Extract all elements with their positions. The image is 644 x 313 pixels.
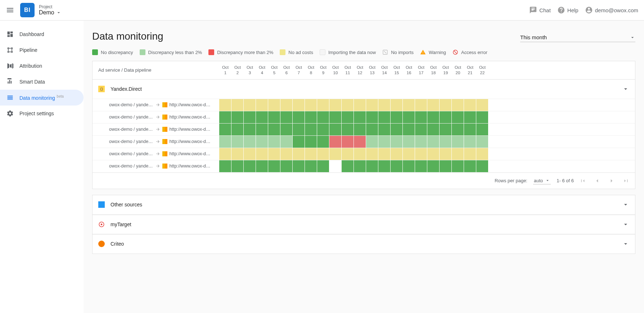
status-cell[interactable] — [329, 160, 342, 172]
user-menu[interactable]: demo@owox.com — [585, 6, 638, 14]
status-cell[interactable] — [452, 124, 464, 135]
status-cell[interactable] — [231, 111, 244, 123]
status-cell[interactable] — [329, 136, 342, 148]
status-cell[interactable] — [305, 160, 317, 172]
status-cell[interactable] — [268, 111, 280, 123]
status-cell[interactable] — [219, 136, 231, 148]
status-cell[interactable] — [464, 160, 476, 172]
status-cell[interactable] — [268, 124, 280, 135]
status-cell[interactable] — [231, 99, 244, 111]
status-cell[interactable] — [476, 160, 488, 172]
status-cell[interactable] — [464, 124, 476, 135]
status-cell[interactable] — [427, 99, 440, 111]
status-cell[interactable] — [293, 124, 305, 135]
prev-page-icon[interactable] — [594, 178, 600, 184]
status-cell[interactable] — [452, 148, 464, 160]
status-cell[interactable] — [342, 136, 354, 148]
status-cell[interactable] — [280, 148, 293, 160]
status-cell[interactable] — [378, 111, 391, 123]
sidebar-item-pipeline[interactable]: Pipeline — [0, 42, 84, 58]
status-cell[interactable] — [440, 124, 452, 135]
status-cell[interactable] — [268, 99, 280, 111]
status-cell[interactable] — [464, 99, 476, 111]
status-cell[interactable] — [329, 148, 342, 160]
data-row[interactable]: owox-demo / yande…http://www.owox-d… — [93, 111, 635, 124]
status-cell[interactable] — [305, 148, 317, 160]
status-cell[interactable] — [427, 148, 440, 160]
status-cell[interactable] — [354, 148, 366, 160]
status-cell[interactable] — [391, 136, 403, 148]
status-cell[interactable] — [354, 99, 366, 111]
status-cell[interactable] — [329, 124, 342, 135]
section-row-criteo[interactable]: Criteo — [93, 234, 635, 254]
status-cell[interactable] — [268, 148, 280, 160]
status-cell[interactable] — [403, 160, 415, 172]
status-cell[interactable] — [476, 148, 488, 160]
status-cell[interactable] — [476, 124, 488, 135]
status-cell[interactable] — [293, 111, 305, 123]
status-cell[interactable] — [231, 124, 244, 135]
status-cell[interactable] — [391, 99, 403, 111]
status-cell[interactable] — [403, 124, 415, 135]
status-cell[interactable] — [305, 111, 317, 123]
status-cell[interactable] — [415, 124, 427, 135]
status-cell[interactable] — [366, 111, 378, 123]
status-cell[interactable] — [317, 124, 329, 135]
status-cell[interactable] — [354, 136, 366, 148]
status-cell[interactable] — [378, 160, 391, 172]
help-button[interactable]: Help — [557, 6, 578, 14]
status-cell[interactable] — [293, 136, 305, 148]
status-cell[interactable] — [452, 136, 464, 148]
section-row-other[interactable]: Other sources — [93, 195, 635, 215]
status-cell[interactable] — [317, 160, 329, 172]
status-cell[interactable] — [219, 99, 231, 111]
status-cell[interactable] — [440, 111, 452, 123]
data-row[interactable]: owox-demo / yande…http://www.owox-d… — [93, 99, 635, 111]
status-cell[interactable] — [268, 136, 280, 148]
status-cell[interactable] — [268, 160, 280, 172]
status-cell[interactable] — [219, 124, 231, 135]
status-cell[interactable] — [354, 160, 366, 172]
status-cell[interactable] — [427, 160, 440, 172]
status-cell[interactable] — [464, 111, 476, 123]
status-cell[interactable] — [366, 160, 378, 172]
status-cell[interactable] — [305, 99, 317, 111]
status-cell[interactable] — [415, 160, 427, 172]
status-cell[interactable] — [244, 148, 256, 160]
status-cell[interactable] — [256, 148, 268, 160]
status-cell[interactable] — [219, 160, 231, 172]
status-cell[interactable] — [342, 160, 354, 172]
sidebar-item-dashboard[interactable]: Dashboard — [0, 26, 84, 42]
menu-icon[interactable] — [6, 6, 14, 14]
status-cell[interactable] — [317, 111, 329, 123]
status-cell[interactable] — [452, 111, 464, 123]
status-cell[interactable] — [280, 160, 293, 172]
status-cell[interactable] — [366, 148, 378, 160]
status-cell[interactable] — [317, 136, 329, 148]
status-cell[interactable] — [378, 124, 391, 135]
status-cell[interactable] — [280, 99, 293, 111]
status-cell[interactable] — [342, 111, 354, 123]
status-cell[interactable] — [452, 99, 464, 111]
data-row[interactable]: owox-demo / yande…http://www.owox-d… — [93, 136, 635, 148]
status-cell[interactable] — [244, 136, 256, 148]
status-cell[interactable] — [427, 136, 440, 148]
status-cell[interactable] — [354, 111, 366, 123]
status-cell[interactable] — [378, 148, 391, 160]
status-cell[interactable] — [391, 111, 403, 123]
status-cell[interactable] — [256, 111, 268, 123]
status-cell[interactable] — [342, 124, 354, 135]
status-cell[interactable] — [293, 160, 305, 172]
app-logo[interactable]: BI — [20, 3, 35, 17]
status-cell[interactable] — [403, 148, 415, 160]
status-cell[interactable] — [440, 99, 452, 111]
status-cell[interactable] — [317, 99, 329, 111]
status-cell[interactable] — [440, 148, 452, 160]
status-cell[interactable] — [293, 99, 305, 111]
date-range-selector[interactable]: This month — [520, 33, 635, 42]
status-cell[interactable] — [440, 160, 452, 172]
status-cell[interactable] — [415, 136, 427, 148]
status-cell[interactable] — [366, 99, 378, 111]
project-selector[interactable]: Project Demo — [39, 4, 62, 16]
status-cell[interactable] — [329, 111, 342, 123]
